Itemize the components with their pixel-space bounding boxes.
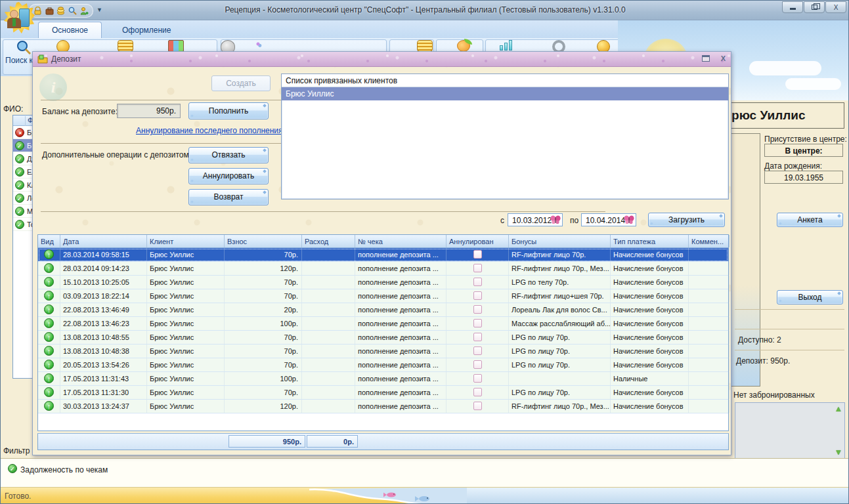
annulled-checkbox[interactable]	[473, 402, 482, 410]
close-button[interactable]: X	[825, 1, 846, 13]
cancel-last-topup-link[interactable]: Аннулирование последнего пополнения	[136, 126, 283, 135]
deposit-dialog: Депозит X i Создать Баланс на депозите: …	[32, 51, 731, 455]
table-row[interactable]: ↑28.03.2014 09:58:15Брюс Уиллис70р.попол…	[38, 248, 728, 262]
annul-button[interactable]: Аннулировать	[188, 168, 269, 184]
table-row[interactable]: ↑17.05.2013 11:31:30Брюс Уиллис70р.попол…	[38, 386, 728, 400]
column-header[interactable]: Дата	[60, 235, 147, 247]
column-header[interactable]: Коммен...	[689, 235, 729, 247]
annulled-checkbox[interactable]	[473, 319, 482, 327]
scroll-down-icon[interactable]: ▼	[835, 448, 842, 457]
unbind-button[interactable]: Отвязать	[188, 147, 269, 163]
linked-clients-body: Брюс Уиллис	[282, 87, 728, 100]
balance-field: 950р.	[117, 104, 181, 118]
column-header[interactable]: Взнос	[225, 235, 302, 247]
receipt-cell: пополнение депозита ...	[355, 248, 446, 261]
deposit-add-icon: ↑	[44, 360, 54, 369]
amount-cell: 20р.	[225, 303, 302, 316]
receipt-cell: пополнение депозита ...	[355, 372, 446, 385]
restore-button[interactable]	[804, 1, 825, 13]
date-to-field[interactable]: 10.04.2014	[581, 213, 636, 226]
annulled-checkbox[interactable]	[473, 360, 482, 369]
anketa-button[interactable]: Анкета	[777, 213, 843, 227]
expense-cell	[302, 303, 355, 316]
table-row[interactable]: ↑15.10.2013 10:25:05Брюс Уиллис70р.попол…	[38, 276, 728, 289]
table-row[interactable]: ↑17.05.2013 11:31:43Брюс Уиллис100р.попо…	[38, 372, 728, 386]
table-row[interactable]: ↑13.08.2013 10:48:55Брюс Уиллис70р.попол…	[38, 331, 728, 345]
annulled-checkbox[interactable]	[473, 278, 482, 286]
annulled-checkbox[interactable]	[473, 250, 482, 259]
table-row[interactable]: ↑20.05.2013 13:54:26Брюс Уиллис70р.попол…	[38, 358, 728, 372]
column-header[interactable]: № чека	[355, 235, 446, 247]
annulled-cell	[446, 372, 509, 385]
comment-cell	[689, 331, 729, 344]
annulled-checkbox[interactable]	[473, 333, 482, 341]
payment-cell: Начисление бонусов	[611, 248, 689, 261]
annulled-checkbox[interactable]	[473, 291, 482, 300]
scroll-up-icon[interactable]: ▲	[835, 404, 842, 413]
annulled-checkbox[interactable]	[473, 264, 482, 272]
linked-client-item[interactable]: Брюс Уиллис	[282, 87, 728, 100]
annulled-cell	[446, 262, 509, 275]
annulled-checkbox[interactable]	[473, 388, 482, 396]
client-cell: Брюс Уиллис	[147, 386, 225, 399]
table-row[interactable]: ↑30.03.2013 13:24:37Брюс Уиллис120р.попо…	[38, 400, 728, 413]
dialog-restore-icon[interactable]	[702, 55, 710, 62]
column-header[interactable]: Бонусы	[509, 235, 611, 247]
topup-button[interactable]: Пополнить	[188, 102, 269, 119]
load-button[interactable]: Загрузить	[648, 213, 725, 227]
add-user-icon[interactable]	[80, 7, 89, 15]
column-header[interactable]: Тип платежа	[611, 235, 689, 247]
receipt-cell: пополнение депозита ...	[355, 262, 446, 275]
bonuses-cell: RF-лифтинг лицо 70р.	[509, 248, 611, 261]
tab-osnovnoe[interactable]: Основное	[38, 22, 102, 38]
column-header[interactable]: Расход	[302, 235, 355, 247]
notification-text[interactable]: Задолженость по чекам	[20, 465, 108, 474]
table-row[interactable]: ↑22.08.2013 13:46:49Брюс Уиллис20р.попол…	[38, 303, 728, 317]
comment-cell	[689, 289, 729, 303]
refund-button[interactable]: Возврат	[188, 189, 269, 205]
ribbon-fruit-icon	[457, 40, 470, 52]
comment-cell	[689, 276, 729, 289]
receipt-cell: пополнение депозита ...	[355, 303, 446, 316]
minimize-button[interactable]	[782, 1, 803, 13]
annulled-cell	[446, 289, 509, 303]
client-cell: Брюс Уиллис	[147, 248, 225, 261]
client-cell: Брюс Уиллис	[147, 331, 225, 344]
available-count: Доступно: 2	[738, 335, 781, 345]
butterfly-icon[interactable]	[624, 215, 634, 224]
table-row[interactable]: ↑28.03.2014 09:14:23Брюс Уиллис120р.попо…	[38, 262, 728, 276]
table-row[interactable]: ↑22.08.2013 13:46:23Брюс Уиллис100р.попо…	[38, 317, 728, 331]
annulled-checkbox[interactable]	[473, 374, 482, 383]
column-header[interactable]: Клиент	[147, 235, 225, 247]
dialog-close-icon[interactable]: X	[721, 54, 726, 62]
comment-cell	[689, 386, 729, 399]
comment-cell	[689, 372, 729, 385]
deposit-add-icon: ↑	[44, 304, 54, 314]
period-to-label: по	[570, 216, 578, 225]
client-cell: Брюс Уиллис	[147, 358, 225, 371]
butterfly-icon[interactable]	[550, 215, 561, 224]
date-cell: 28.03.2014 09:58:15	[60, 248, 147, 261]
column-header[interactable]: Аннулирован	[446, 235, 509, 247]
toolbar-more-icon[interactable]: ▼	[97, 7, 102, 13]
client-cell: Брюс Уиллис	[147, 317, 225, 330]
annulled-checkbox[interactable]	[473, 346, 482, 355]
tab-oformlenie[interactable]: Оформление	[109, 22, 184, 38]
search-icon[interactable]	[68, 7, 77, 15]
table-row[interactable]: ↑13.08.2013 10:48:38Брюс Уиллис70р.попол…	[38, 345, 728, 358]
annulled-checkbox[interactable]	[473, 305, 482, 314]
coins-icon[interactable]	[56, 7, 65, 15]
date-from-field[interactable]: 10.03.2012	[508, 213, 563, 226]
exit-button[interactable]: Выход	[777, 290, 843, 304]
payment-cell: Начисление бонусов	[611, 400, 689, 413]
ribbon-box-icon	[168, 40, 184, 52]
briefcase-icon[interactable]	[45, 7, 54, 15]
client-cell: Брюс Уиллис	[147, 303, 225, 316]
deposit-table: ВидДатаКлиентВзносРасход№ чекаАннулирова…	[37, 234, 729, 431]
column-header[interactable]: Вид	[38, 235, 60, 247]
payment-cell: Начисление бонусов	[611, 331, 689, 344]
table-row[interactable]: ↑03.09.2013 18:22:14Брюс Уиллис70р.попол…	[38, 289, 728, 303]
create-button[interactable]: Создать	[211, 75, 271, 91]
comment-cell	[689, 345, 729, 358]
divider	[735, 309, 844, 310]
